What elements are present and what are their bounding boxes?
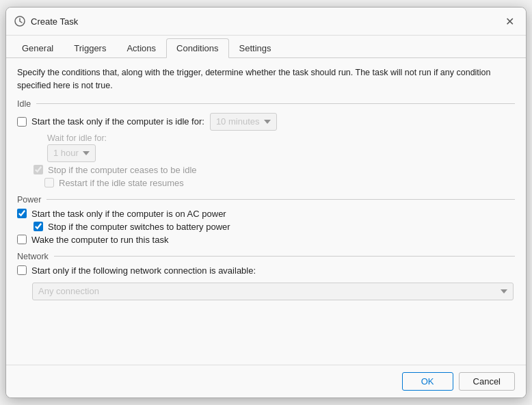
battery-checkbox[interactable] <box>34 222 43 231</box>
wake-label[interactable]: Wake the computer to run this task <box>17 235 168 245</box>
restart-idle-row: Restart if the idle state resumes <box>44 178 515 188</box>
ac-power-label[interactable]: Start the task only if the computer is o… <box>17 209 226 219</box>
tab-general[interactable]: General <box>12 38 64 58</box>
title-bar: Create Task ✕ <box>6 8 526 36</box>
title-bar-left: Create Task <box>14 16 78 27</box>
start-idle-label[interactable]: Start the task only if the computer is i… <box>17 116 204 127</box>
network-connection-dropdown[interactable]: Any connection <box>32 283 514 300</box>
tab-actions[interactable]: Actions <box>116 38 166 58</box>
ac-power-checkbox[interactable] <box>17 209 27 218</box>
tab-bar: General Triggers Actions Conditions Sett… <box>6 36 526 58</box>
start-idle-row: Start the task only if the computer is i… <box>17 113 515 131</box>
stop-idle-row: Stop if the computer ceases to be idle <box>34 165 515 175</box>
wake-checkbox[interactable] <box>17 235 27 244</box>
wait-idle-dropdown-row: 1 hour <box>47 144 515 162</box>
conditions-description: Specify the conditions that, along with … <box>17 66 515 92</box>
restart-idle-label[interactable]: Restart if the idle state resumes <box>44 178 184 188</box>
conditions-content: Specify the conditions that, along with … <box>6 58 526 365</box>
network-checkbox[interactable] <box>17 265 27 275</box>
ok-button[interactable]: OK <box>402 372 453 391</box>
app-icon <box>14 16 25 27</box>
tab-triggers[interactable]: Triggers <box>64 38 116 58</box>
wait-idle-dropdown[interactable]: 1 hour <box>47 144 96 162</box>
battery-row: Stop if the computer switches to battery… <box>34 222 515 232</box>
power-section-label: Power <box>17 195 515 205</box>
dialog-footer: OK Cancel <box>6 365 526 397</box>
cancel-button[interactable]: Cancel <box>459 372 515 391</box>
network-row: Start only if the following network conn… <box>17 265 515 276</box>
stop-idle-checkbox[interactable] <box>34 165 43 174</box>
close-button[interactable]: ✕ <box>501 13 518 29</box>
restart-idle-checkbox[interactable] <box>44 178 54 187</box>
idle-for-dropdown[interactable]: 10 minutes <box>210 113 277 131</box>
wake-row: Wake the computer to run this task <box>17 235 515 245</box>
battery-label[interactable]: Stop if the computer switches to battery… <box>34 222 230 232</box>
tab-conditions[interactable]: Conditions <box>166 38 228 58</box>
start-idle-checkbox[interactable] <box>17 117 27 127</box>
stop-idle-label[interactable]: Stop if the computer ceases to be idle <box>34 165 197 175</box>
wait-idle-label: Wait for idle for: <box>47 133 515 143</box>
network-label[interactable]: Start only if the following network conn… <box>17 265 256 276</box>
idle-section-label: Idle <box>17 99 515 109</box>
create-task-dialog: Create Task ✕ General Triggers Actions C… <box>5 7 527 398</box>
ac-power-row: Start the task only if the computer is o… <box>17 209 515 219</box>
dialog-title: Create Task <box>31 16 78 27</box>
network-section-label: Network <box>17 252 515 261</box>
tab-settings[interactable]: Settings <box>229 38 282 58</box>
